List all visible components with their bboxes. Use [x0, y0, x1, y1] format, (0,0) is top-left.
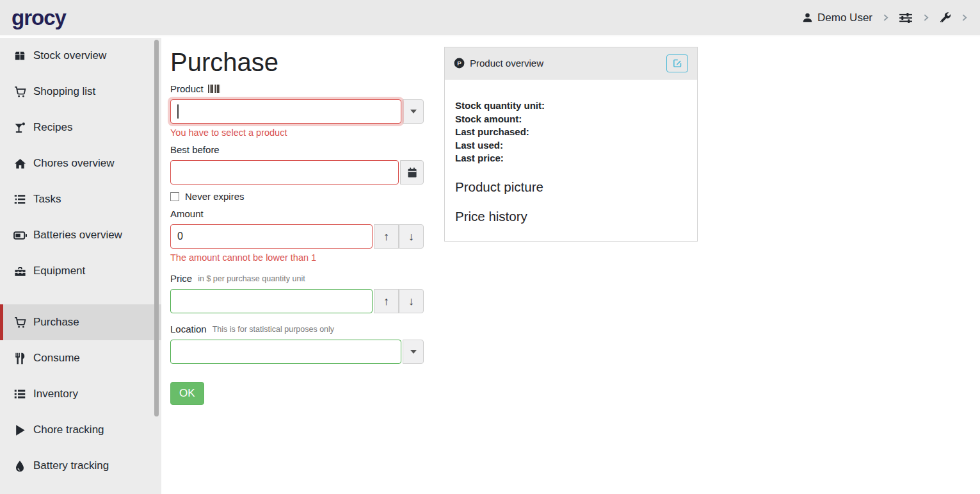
- never-expires-row: Never expires: [170, 191, 424, 202]
- sidebar-item-label: Stock overview: [33, 49, 106, 62]
- price-history-heading: Price history: [455, 209, 687, 224]
- tasks-icon: [13, 193, 27, 205]
- amount-decrement-button[interactable]: ↓: [399, 224, 424, 249]
- sidebar-scrollbar-thumb[interactable]: [154, 40, 159, 416]
- amount-input[interactable]: [170, 224, 373, 249]
- sidebar-item-tasks[interactable]: Tasks: [0, 181, 161, 217]
- sidebar-item-inventory[interactable]: Inventory: [0, 376, 161, 412]
- product-dropdown-button[interactable]: [403, 99, 424, 124]
- edit-icon: [673, 58, 682, 68]
- never-expires-label: Never expires: [185, 191, 245, 202]
- sidebar-item-label: Recipes: [33, 121, 72, 134]
- user-icon: [802, 12, 813, 23]
- ok-button[interactable]: OK: [170, 382, 204, 405]
- app-logo[interactable]: grocy: [12, 7, 66, 28]
- sidebar-item-label: Consume: [33, 352, 80, 365]
- droplet-icon: [13, 460, 27, 472]
- product-hunt-icon: P: [454, 58, 465, 69]
- location-field-group: Location This is for statistical purpose…: [170, 324, 424, 364]
- arrow-down-icon: ↓: [408, 230, 414, 243]
- stock-amount-field: Stock amount:: [455, 113, 687, 126]
- sidebar-item-chores-overview[interactable]: Chores overview: [0, 145, 161, 181]
- settings-menu[interactable]: [899, 12, 913, 24]
- best-before-field-group: Best before Never expires: [170, 144, 424, 202]
- arrow-up-icon: ↑: [383, 295, 389, 308]
- product-field-group: Product You have to select a product: [170, 83, 424, 138]
- top-header: grocy Demo User: [0, 0, 980, 37]
- sidebar-item-stock-overview[interactable]: Stock overview: [0, 38, 161, 74]
- admin-menu[interactable]: [939, 12, 951, 24]
- barcode-icon: [208, 85, 220, 93]
- caret-down-icon: [410, 350, 417, 354]
- sidebar-item-label: Battery tracking: [33, 459, 109, 472]
- sidebar-item-battery-tracking[interactable]: Battery tracking: [0, 448, 161, 484]
- user-name-label: Demo User: [817, 12, 872, 24]
- sidebar-item-label: Chore tracking: [33, 424, 104, 436]
- purchase-form-section: Purchase Product You have to select a pr…: [161, 38, 430, 405]
- arrow-up-icon: ↑: [383, 230, 389, 243]
- sidebar-item-label: Tasks: [33, 193, 61, 206]
- last-price-field: Last price:: [455, 152, 687, 165]
- price-decrement-button[interactable]: ↓: [399, 289, 424, 313]
- sidebar-item-label: Batteries overview: [33, 229, 122, 242]
- card-header: P Product overview: [445, 47, 697, 79]
- arrow-down-icon: ↓: [408, 295, 414, 308]
- header-nav: Demo User: [802, 12, 968, 24]
- text-cursor: [177, 104, 179, 119]
- product-picture-heading: Product picture: [455, 179, 687, 195]
- best-before-label: Best before: [170, 144, 220, 155]
- product-input[interactable]: [170, 99, 401, 124]
- battery-icon: [13, 231, 27, 240]
- sidebar-item-label: Shopping list: [33, 85, 95, 98]
- sidebar-item-recipes[interactable]: Recipes: [0, 110, 161, 145]
- svg-text:P: P: [457, 60, 462, 67]
- sidebar-item-purchase[interactable]: Purchase: [0, 304, 161, 340]
- calendar-icon: [407, 167, 417, 178]
- sidebar-item-label: Chores overview: [33, 157, 115, 170]
- cocktail-icon: [13, 122, 27, 134]
- calendar-button[interactable]: [400, 160, 424, 185]
- best-before-input[interactable]: [170, 160, 399, 185]
- card-body: Stock quantity unit: Stock amount: Last …: [445, 79, 697, 241]
- product-overview-card: P Product overview Stock quantity unit: …: [444, 47, 698, 242]
- sidebar-item-label: Purchase: [33, 316, 79, 329]
- list-icon: [13, 388, 27, 400]
- product-error-text: You have to select a product: [170, 128, 424, 138]
- location-hint: This is for statistical purposes only: [213, 325, 334, 334]
- amount-error-text: The amount cannot be lower than 1: [170, 252, 424, 263]
- sidebar-item-label: Inventory: [33, 388, 78, 400]
- amount-label: Amount: [170, 208, 204, 219]
- user-menu[interactable]: Demo User: [802, 12, 872, 24]
- wrench-icon: [939, 12, 951, 24]
- sidebar-item-label: Equipment: [33, 265, 85, 277]
- edit-product-button[interactable]: [666, 54, 688, 72]
- sidebar-item-chore-tracking[interactable]: Chore tracking: [0, 412, 161, 448]
- sidebar-item-batteries-overview[interactable]: Batteries overview: [0, 217, 161, 253]
- last-used-field: Last used:: [455, 139, 687, 152]
- sidebar-section-gap: [0, 289, 161, 304]
- page-title: Purchase: [170, 48, 430, 77]
- price-field-group: Price in $ per purchase quantity unit ↑ …: [170, 273, 424, 313]
- cart-icon: [13, 86, 27, 98]
- price-increment-button[interactable]: ↑: [374, 289, 399, 313]
- never-expires-checkbox[interactable]: [170, 192, 179, 201]
- price-input[interactable]: [170, 289, 373, 313]
- price-hint: in $ per purchase quantity unit: [198, 274, 305, 283]
- sidebar-item-shopping-list[interactable]: Shopping list: [0, 74, 161, 110]
- stock-quantity-unit-field: Stock quantity unit:: [455, 99, 687, 113]
- sliders-icon: [899, 12, 913, 24]
- amount-increment-button[interactable]: ↑: [374, 224, 399, 249]
- last-purchased-field: Last purchased:: [455, 126, 687, 139]
- location-label: Location: [170, 324, 207, 334]
- chevron-right-icon: [881, 13, 890, 22]
- play-icon: [13, 424, 27, 436]
- sidebar-item-consume[interactable]: Consume: [0, 340, 161, 376]
- location-dropdown-button[interactable]: [403, 340, 424, 364]
- sidebar-item-equipment[interactable]: Equipment: [0, 253, 161, 289]
- chevron-right-icon: [960, 13, 968, 22]
- amount-field-group: Amount ↑ ↓ The amount cannot be lower th…: [170, 208, 424, 263]
- toolbox-icon: [13, 265, 27, 277]
- chevron-right-icon: [922, 13, 930, 22]
- location-select[interactable]: [170, 340, 401, 364]
- price-label: Price: [170, 273, 192, 284]
